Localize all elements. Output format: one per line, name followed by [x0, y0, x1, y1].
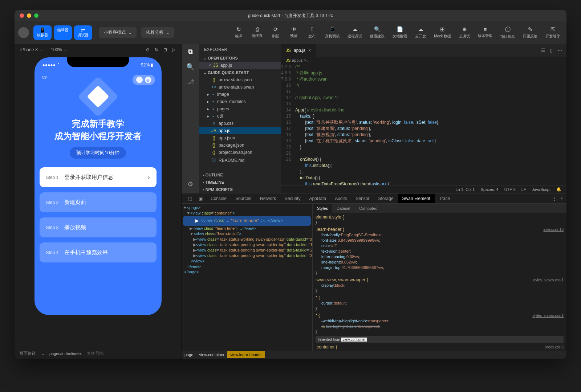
- devtools-tab[interactable]: Security: [280, 194, 305, 203]
- window-controls[interactable]: [20, 13, 38, 18]
- folder-item[interactable]: ▸▪util: [199, 113, 281, 120]
- titlebar: guide-quick-start - 百度开发者工具 3.13.1-rc: [15, 10, 566, 21]
- styles-panel[interactable]: element.style {}.learn-header {index.css…: [313, 213, 566, 351]
- step-card[interactable]: Step 4在手机中预览效果: [40, 242, 157, 262]
- files-icon[interactable]: ⧉: [188, 48, 193, 56]
- step-card[interactable]: Step 1登录并获取用户信息›: [40, 167, 157, 187]
- bell-icon[interactable]: 🔔: [556, 187, 561, 192]
- more-icon[interactable]: ▷: [172, 47, 175, 52]
- toolbar-action[interactable]: ⊞Mock 数据: [431, 25, 454, 41]
- mode-button[interactable]: 📱模拟器: [33, 25, 52, 40]
- dependency-select[interactable]: 依赖分析: [141, 27, 174, 38]
- open-editors-section[interactable]: OPEN EDITORS: [199, 54, 281, 62]
- devtools-tab[interactable]: Sources: [231, 194, 256, 203]
- activity-bar: ⧉ 🔍 ⎇ ⚙: [182, 44, 199, 193]
- zoom-select[interactable]: 100%: [51, 47, 67, 52]
- dt-close-icon[interactable]: ×: [560, 196, 563, 201]
- timeline-section[interactable]: › TIMELINE: [199, 179, 281, 186]
- close-icon[interactable]: ×: [308, 48, 311, 53]
- breadcrumb-item[interactable]: view.learn-header: [227, 351, 265, 358]
- step-card[interactable]: Step 3播放视频: [40, 217, 157, 237]
- user-icon[interactable]: ⊘: [146, 47, 150, 52]
- devtools-tab[interactable]: Audits: [330, 194, 351, 203]
- file-item[interactable]: ⓘREADME.md: [199, 156, 281, 164]
- devtools-panel: ⬚ ▣ ConsoleSourcesNetworkSecurityAppData…: [182, 193, 566, 359]
- file-item[interactable]: <>arrow-status.swan: [199, 83, 281, 91]
- toolbar-action[interactable]: ⓘ项目信息: [497, 25, 518, 41]
- rotate-icon[interactable]: ↻: [155, 47, 158, 52]
- gear-icon[interactable]: ⚙: [187, 180, 193, 188]
- toolbar-action[interactable]: ☁云开发: [412, 25, 429, 41]
- dom-breadcrumb[interactable]: pageview.containerview.learn-header: [182, 351, 566, 359]
- mini-program-controls[interactable]: ⋯◎: [133, 75, 155, 85]
- styles-tab[interactable]: Styles: [313, 204, 332, 213]
- devtools-tab[interactable]: Trace: [435, 194, 454, 203]
- device-icon[interactable]: ▣: [196, 196, 206, 201]
- folder-item[interactable]: ▸▪node_modules: [199, 98, 281, 105]
- step-card[interactable]: Step 2新建页面: [40, 192, 157, 212]
- devtools-tab[interactable]: Network: [256, 194, 280, 203]
- search-icon[interactable]: 🔍: [186, 63, 194, 71]
- cursor-pos[interactable]: Ln 1, Col 1: [456, 187, 475, 192]
- device-select[interactable]: iPhone X: [20, 47, 43, 52]
- file-item[interactable]: {}arrow-status.json: [199, 76, 281, 83]
- inspect-icon[interactable]: ⬚: [185, 196, 195, 201]
- encoding[interactable]: UTF-8: [504, 187, 516, 192]
- styles-tab[interactable]: Dataset: [332, 204, 355, 213]
- dt-more-icon[interactable]: ⋮: [552, 196, 557, 201]
- toolbar-action[interactable]: ⎙清缓存: [249, 25, 265, 41]
- battery: 92% ▮: [141, 62, 153, 68]
- devtools-tab[interactable]: Console: [206, 194, 231, 203]
- file-item[interactable]: JSapp.js: [199, 127, 281, 134]
- npm-section[interactable]: › NPM SCRIPTS: [199, 186, 281, 193]
- toolbar-action[interactable]: ☁远程调试: [345, 25, 365, 41]
- breadcrumb-item[interactable]: view.container: [196, 351, 227, 358]
- signal-indicator: ●●●●● ⌃: [42, 62, 61, 68]
- devtools-tab[interactable]: Swan Element: [398, 194, 435, 203]
- dom-tree[interactable]: ▼<page> ▼<view class="container"> ▶<view…: [182, 204, 312, 351]
- toolbar-action[interactable]: ↻编译: [231, 25, 247, 41]
- folder-item[interactable]: ▸▪image: [199, 91, 281, 98]
- folder-item[interactable]: ▸▪pages: [199, 105, 281, 113]
- phone-preview[interactable]: ●●●●● ⌃ 16:57 92% ▮ 60° ⋯◎ 完成新手教学成为智能小程序…: [34, 57, 162, 315]
- file-item[interactable]: {}package.json: [199, 142, 281, 149]
- devtools-tab[interactable]: Storage: [374, 194, 398, 203]
- toolbar-action[interactable]: 👁预览: [286, 25, 302, 41]
- styles-tab[interactable]: Computed: [355, 204, 382, 213]
- toolbar-action[interactable]: ✎问题反馈: [520, 25, 540, 41]
- spaces[interactable]: Spaces: 4: [481, 187, 499, 192]
- screenshot-icon[interactable]: ⊡: [163, 47, 167, 52]
- path-actions[interactable]: 复制 预览: [87, 351, 104, 356]
- file-item[interactable]: {}app.json: [199, 134, 281, 142]
- breadcrumb[interactable]: JS app.js > ...: [281, 57, 566, 64]
- toolbar-action[interactable]: ⟳刷新: [268, 25, 284, 41]
- page-path-input[interactable]: pages/index/index: [49, 351, 82, 356]
- project-section[interactable]: GUIDE-QUICK-START: [199, 69, 281, 76]
- more-icon[interactable]: ⋯: [558, 48, 562, 53]
- language[interactable]: JavaScript: [532, 187, 550, 192]
- outline-section[interactable]: › OUTLINE: [199, 171, 281, 179]
- toolbar-action[interactable]: 📱真机调试: [322, 25, 342, 41]
- file-item[interactable]: #app.css: [199, 120, 281, 127]
- git-icon[interactable]: ⎇: [187, 78, 194, 86]
- mode-button[interactable]: ⇄调试器: [74, 25, 92, 40]
- toolbar-action[interactable]: ⇱开发引导: [543, 25, 563, 41]
- program-mode-select[interactable]: 小程序模式: [99, 27, 137, 38]
- devtools-tab[interactable]: Sensor: [352, 194, 374, 203]
- editor-tab[interactable]: JSapp.js×: [281, 44, 316, 57]
- devtools-tab[interactable]: AppData: [305, 194, 330, 203]
- split-icon[interactable]: ☷: [541, 48, 545, 53]
- file-item[interactable]: {}project.swan.json: [199, 149, 281, 156]
- open-file[interactable]: ×JSapp.js: [199, 62, 281, 69]
- toolbar-action[interactable]: 📄文档搜索: [390, 25, 410, 41]
- toolbar-action[interactable]: ⊕云测试: [456, 25, 473, 41]
- layout-icon[interactable]: ▯: [550, 48, 553, 53]
- toolbar-action[interactable]: ≡版本管理: [475, 25, 495, 41]
- avatar[interactable]: [18, 27, 29, 38]
- eol[interactable]: LF: [521, 187, 526, 192]
- mode-button[interactable]: 编辑器: [54, 25, 72, 40]
- toolbar-action[interactable]: 🔍搜索建议: [367, 25, 387, 41]
- code-editor[interactable]: /** * @file app.js * @author swan */ /* …: [295, 64, 566, 185]
- breadcrumb-item[interactable]: page: [182, 351, 196, 358]
- toolbar-action[interactable]: ↥发布: [304, 25, 320, 41]
